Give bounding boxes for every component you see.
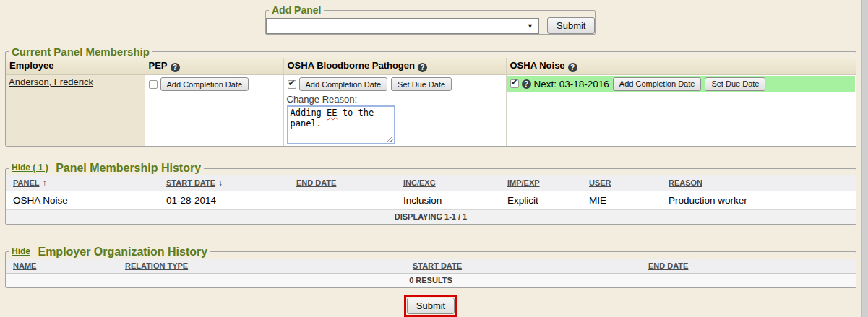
pep-cell: Add Completion Date [145, 75, 283, 147]
sort-ascending-icon: ↑ [42, 178, 46, 188]
current-panel-membership-table: Employee PEP? OSHA Bloodborne Pathogen? … [6, 58, 856, 146]
sort-reason-link[interactable]: REASON [669, 178, 702, 187]
cpm-header-row: Employee PEP? OSHA Bloodborne Pathogen? … [6, 58, 856, 75]
sort-eoh-start-date-link[interactable]: START DATE [413, 261, 462, 270]
sort-panel-link[interactable]: PANEL [13, 178, 39, 187]
annotation-highlight-box: Submit [404, 295, 457, 317]
cell-user: MIE [582, 191, 661, 210]
panel-membership-history-title: Panel Membership History [56, 162, 201, 174]
pep-label: PEP [149, 60, 168, 71]
check-icon: ✔ [511, 77, 518, 87]
column-header-pep: PEP? [145, 58, 283, 75]
cell-start-date: 01-28-2014 [159, 191, 289, 210]
cell-panel: OSHA Noise [6, 191, 159, 210]
column-header-name: NAME [6, 259, 118, 274]
cell-end-date [289, 191, 396, 210]
column-header-inc-exc: INC/EXC [396, 175, 500, 191]
change-reason-textarea[interactable]: Adding EE to the panel. [287, 105, 395, 144]
help-icon[interactable]: ? [568, 63, 577, 72]
bloodborne-checkbox[interactable]: ✔ [288, 80, 296, 89]
noise-highlight-strip: ✔ ? Next: 03-18-2016 Add Completion Date… [507, 76, 856, 92]
change-reason-label: Change Reason: [287, 94, 503, 105]
sort-start-date-link[interactable]: START DATE [166, 178, 215, 187]
panel-membership-history-table: PANEL↑ START DATE↓ END DATE INC/EXC IMP/… [6, 175, 856, 224]
hide-panel-history-link[interactable]: Hide ( 1 ) [12, 162, 48, 173]
column-header-end-date: END DATE [289, 175, 396, 191]
results-count: 0 RESULTS [6, 274, 856, 287]
panel-select[interactable]: ▼ [266, 18, 539, 34]
employer-organization-history-title: Employer Organization History [38, 246, 207, 258]
table-row: OSHA Noise 01-28-2014 Inclusion Explicit… [6, 191, 856, 210]
column-header-bloodborne: OSHA Bloodborne Pathogen? [283, 58, 506, 75]
current-panel-membership-legend: Current Panel Membership [9, 45, 152, 58]
noise-label: OSHA Noise [510, 60, 565, 71]
cell-inc-exc: Inclusion [396, 191, 500, 210]
noise-checkbox[interactable]: ✔ [510, 79, 519, 88]
column-header-start-date: START DATE↓ [159, 175, 289, 191]
column-header-panel: PANEL↑ [6, 175, 159, 191]
sort-end-date-link[interactable]: END DATE [296, 178, 336, 187]
employer-organization-history-legend: Hide Employer Organization History [9, 246, 210, 259]
help-icon[interactable]: ? [522, 79, 531, 89]
chevron-down-icon: ▼ [527, 22, 533, 30]
bloodborne-set-due-date-button[interactable]: Set Due Date [391, 77, 452, 91]
cpm-data-row: Anderson, Frederick Add Completion Date … [6, 75, 856, 147]
column-header-noise: OSHA Noise? [506, 58, 856, 75]
cell-imp-exp: Explicit [500, 191, 582, 210]
column-header-eoh-end-date: END DATE [641, 259, 856, 274]
eoh-footer-row: 0 RESULTS [6, 274, 856, 287]
bloodborne-add-completion-date-button[interactable]: Add Completion Date [299, 77, 388, 91]
employer-organization-history-section: Hide Employer Organization History NAME … [5, 246, 856, 288]
column-header-reason: REASON [661, 175, 856, 191]
vertical-scrollbar[interactable] [861, 0, 868, 317]
sort-descending-icon: ↓ [218, 178, 223, 188]
sort-name-link[interactable]: NAME [13, 261, 36, 270]
add-panel-submit-button[interactable]: Submit [547, 17, 595, 34]
sort-relation-type-link[interactable]: RELATION TYPE [125, 261, 188, 270]
add-panel-legend: Add Panel [269, 4, 324, 16]
sort-user-link[interactable]: USER [589, 178, 611, 187]
eoh-header-row: NAME RELATION TYPE START DATE END DATE [6, 259, 856, 274]
pep-checkbox[interactable] [149, 80, 158, 89]
pep-add-completion-date-button[interactable]: Add Completion Date [160, 77, 249, 91]
column-header-relation-type: RELATION TYPE [118, 259, 405, 274]
column-header-employee: Employee [6, 58, 145, 75]
page: Add Panel ▼ Submit Current Panel Members… [0, 0, 861, 317]
noise-next-date: Next: 03-18-2016 [534, 79, 609, 90]
help-icon[interactable]: ? [171, 63, 180, 72]
hide-employer-history-link[interactable]: Hide [12, 246, 30, 256]
column-header-imp-exp: IMP/EXP [500, 175, 582, 191]
reason-text: Adding [291, 108, 327, 118]
paging-status: DISPLAYING 1-1 / 1 [6, 210, 856, 224]
form-submit-button[interactable]: Submit [407, 298, 455, 314]
sort-imp-exp-link[interactable]: IMP/EXP [507, 178, 540, 187]
noise-add-completion-date-button[interactable]: Add Completion Date [613, 77, 702, 91]
employee-link[interactable]: Anderson, Frederick [9, 77, 93, 87]
column-header-eoh-start-date: START DATE [405, 259, 641, 274]
panel-membership-history-legend: Hide ( 1 ) Panel Membership History [9, 162, 204, 175]
noise-cell: ✔ ? Next: 03-18-2016 Add Completion Date… [506, 75, 856, 147]
sort-eoh-end-date-link[interactable]: END DATE [648, 261, 688, 270]
column-header-user: USER [582, 175, 661, 191]
sort-inc-exc-link[interactable]: INC/EXC [403, 178, 436, 187]
employer-organization-history-table: NAME RELATION TYPE START DATE END DATE 0… [6, 259, 856, 287]
cell-reason: Production worker [661, 191, 856, 210]
bloodborne-cell: ✔ Add Completion Date Set Due Date Chang… [283, 75, 506, 147]
panel-membership-history-section: Hide ( 1 ) Panel Membership History PANE… [5, 162, 856, 225]
resize-grip-icon[interactable] [387, 136, 393, 142]
pmh-header-row: PANEL↑ START DATE↓ END DATE INC/EXC IMP/… [6, 175, 856, 191]
check-icon: ✔ [288, 78, 296, 88]
current-panel-membership-section: Current Panel Membership Employee PEP? O… [5, 45, 856, 147]
add-panel-section: Add Panel ▼ Submit [265, 4, 596, 35]
reason-text-misspelled: EE [327, 108, 337, 118]
noise-set-due-date-button[interactable]: Set Due Date [705, 77, 765, 91]
help-icon[interactable]: ? [418, 63, 427, 72]
employee-cell: Anderson, Frederick [6, 75, 145, 147]
pmh-footer-row: DISPLAYING 1-1 / 1 [6, 210, 856, 224]
bloodborne-label: OSHA Bloodborne Pathogen [288, 60, 415, 71]
bottom-submit-area: Submit [0, 295, 861, 317]
